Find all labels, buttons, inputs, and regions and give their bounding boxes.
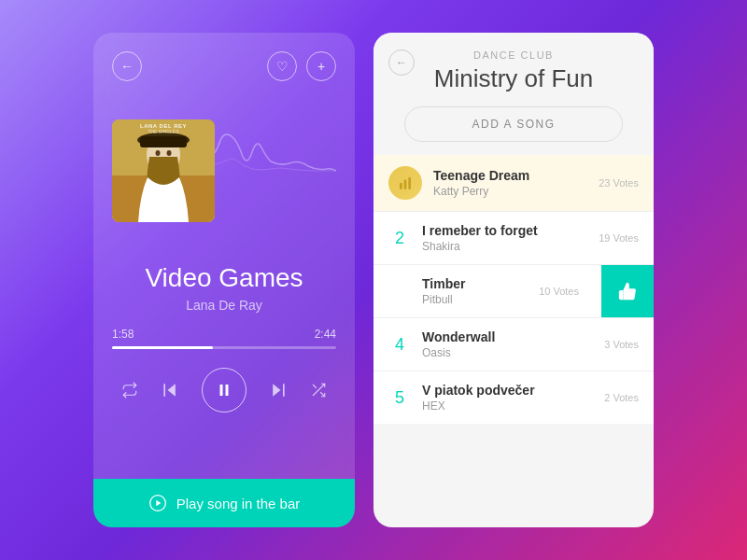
song-info-2: I remeber to forget Shakira xyxy=(411,223,599,253)
song-info-5: V piatok podvečer HEX xyxy=(411,383,604,413)
panel-header: ← ♡ + xyxy=(112,51,336,81)
add-song-button[interactable]: ADD A SONG xyxy=(404,106,623,142)
thumbs-up-action[interactable] xyxy=(601,265,654,317)
song-artist-5: HEX xyxy=(422,399,593,413)
club-category: DANCE CLUB xyxy=(473,49,554,61)
song-item-2[interactable]: 2 I remeber to forget Shakira 19 Votes xyxy=(374,212,654,265)
svg-rect-9 xyxy=(220,385,223,396)
repeat-button[interactable] xyxy=(121,382,138,399)
song-info-4: Wonderwall Oasis xyxy=(411,329,604,359)
left-panel: ← ♡ + xyxy=(93,33,355,527)
add-button[interactable]: + xyxy=(306,51,336,81)
back-button-right[interactable]: ← xyxy=(388,49,415,76)
play-in-bar-button[interactable]: Play song in the bar xyxy=(93,479,355,527)
back-button-left[interactable]: ← xyxy=(112,51,142,81)
total-time: 2:44 xyxy=(315,328,336,341)
shuffle-button[interactable] xyxy=(310,382,327,399)
song-name-4: Wonderwall xyxy=(422,329,593,344)
progress-fill xyxy=(112,346,213,349)
current-time: 1:58 xyxy=(112,328,134,341)
club-name: Ministry of Fun xyxy=(434,64,594,93)
rank-icon-1 xyxy=(388,166,422,200)
album-area: LANA DEL REY THE SINGLES xyxy=(112,96,336,245)
rank-5: 5 xyxy=(388,388,411,408)
album-art: LANA DEL REY THE SINGLES xyxy=(112,119,215,222)
svg-point-6 xyxy=(167,150,172,156)
song-title: Video Games xyxy=(145,262,303,294)
right-panel: ← DANCE CLUB Ministry of Fun ADD A SONG … xyxy=(374,33,654,527)
song-artist-1: Katty Perry xyxy=(433,185,587,198)
progress-section: 1:58 2:44 xyxy=(112,328,336,349)
song-item-5[interactable]: 5 V piatok podvečer HEX 2 Votes xyxy=(374,371,654,424)
song-artist-4: Oasis xyxy=(422,346,593,359)
song-name-3: Timber xyxy=(422,276,528,291)
song-item-3[interactable]: 3 Timber Pitbull 10 Votes xyxy=(374,265,654,318)
song-info-3: Timber Pitbull xyxy=(411,276,539,306)
song-votes-5: 2 Votes xyxy=(604,392,639,403)
svg-rect-10 xyxy=(226,385,229,396)
song-artist-2: Shakira xyxy=(422,240,587,253)
svg-rect-16 xyxy=(404,180,407,189)
song-item-4[interactable]: 4 Wonderwall Oasis 3 Votes xyxy=(374,318,654,371)
song-votes-1: 23 Votes xyxy=(599,177,639,189)
song-artist-3: Pitbull xyxy=(422,293,528,306)
album-art-svg xyxy=(112,119,215,222)
song-name-5: V piatok podvečer xyxy=(422,383,593,398)
time-row: 1:58 2:44 xyxy=(112,328,336,341)
right-header: ← DANCE CLUB Ministry of Fun ADD A SONG xyxy=(374,33,654,155)
svg-rect-17 xyxy=(408,177,411,189)
bar-chart-icon xyxy=(398,175,413,190)
song-votes-4: 3 Votes xyxy=(604,339,639,350)
svg-rect-4 xyxy=(140,136,187,147)
heart-button[interactable]: ♡ xyxy=(267,51,297,81)
rewind-button[interactable] xyxy=(161,381,179,399)
song-item-1[interactable]: Teenage Dream Katty Perry 23 Votes xyxy=(374,155,654,212)
rank-2: 2 xyxy=(388,229,411,248)
rank-3: 3 xyxy=(388,282,411,301)
song-name-2: I remeber to forget xyxy=(422,223,587,238)
progress-bar[interactable] xyxy=(112,346,336,349)
song-votes-2: 19 Votes xyxy=(599,232,639,244)
svg-rect-15 xyxy=(400,183,402,189)
svg-marker-14 xyxy=(156,500,161,507)
svg-marker-11 xyxy=(273,384,280,396)
play-bar-label: Play song in the bar xyxy=(176,496,301,511)
song-artist: Lana De Ray xyxy=(186,298,262,313)
song-list: Teenage Dream Katty Perry 23 Votes 2 I r… xyxy=(374,155,654,527)
header-icons: ♡ + xyxy=(267,51,336,81)
song-info-1: Teenage Dream Katty Perry xyxy=(422,168,599,198)
pause-button[interactable] xyxy=(202,368,247,413)
playback-controls xyxy=(112,368,336,413)
forward-button[interactable] xyxy=(269,381,288,399)
thumbs-up-icon xyxy=(617,281,638,301)
rank-4: 4 xyxy=(388,335,411,355)
svg-point-5 xyxy=(156,150,161,156)
play-circle-icon xyxy=(148,494,167,512)
song-name-1: Teenage Dream xyxy=(433,168,587,183)
song-votes-3: 10 Votes xyxy=(539,286,579,297)
svg-marker-7 xyxy=(168,384,176,396)
